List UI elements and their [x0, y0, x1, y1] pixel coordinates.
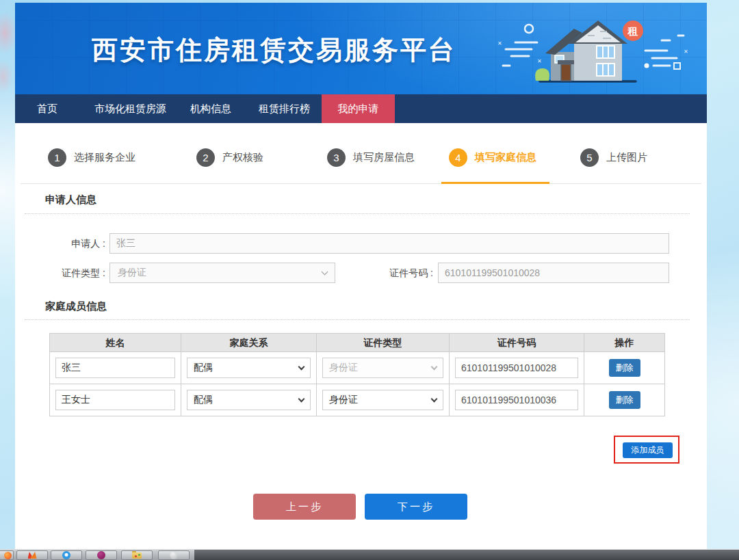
delete-member-button[interactable]: 删除	[609, 391, 640, 409]
taskbar	[0, 549, 739, 560]
step-5-number: 5	[580, 148, 599, 167]
step-2-number: 2	[196, 148, 215, 167]
desktop: { "header": { "title": "西安市住房租赁交易服务平台", …	[0, 0, 739, 560]
nav-item-agency-info[interactable]: 机构信息	[190, 94, 231, 123]
chevron-down-icon	[431, 395, 438, 402]
purple-app-icon	[97, 551, 105, 559]
step-5: 5 上传图片	[580, 148, 647, 167]
step-4-label: 填写家庭信息	[475, 151, 536, 164]
step-4-number: 4	[449, 148, 467, 167]
member-name-input[interactable]	[55, 358, 175, 378]
step-4-active: 4 填写家庭信息	[449, 148, 536, 167]
previous-step-button[interactable]: 上一步	[253, 494, 356, 520]
cert-no-label: 证件号码 :	[343, 263, 433, 283]
chevron-down-icon	[322, 268, 328, 275]
member-cert-type-value: 身份证	[329, 394, 358, 406]
step-1: 1 选择服务企业	[48, 148, 135, 167]
member-cert-type-select-disabled[interactable]: 身份证	[322, 358, 443, 378]
rent-badge-text: 租	[627, 25, 638, 37]
taskbar-button[interactable]	[121, 550, 153, 560]
member-cert-type-select[interactable]: 身份证	[322, 390, 443, 410]
taskbar-button[interactable]	[158, 550, 190, 560]
house-illustration: ✕✕	[497, 15, 696, 89]
chevron-down-icon	[298, 363, 305, 370]
taskbar-button[interactable]	[51, 550, 82, 560]
step-3-number: 3	[327, 148, 346, 167]
page: 西安市住房租赁交易服务平台 ✕✕	[15, 3, 707, 549]
step-3: 3 填写房屋信息	[327, 148, 415, 167]
member-relation-select[interactable]: 配偶	[187, 358, 311, 378]
col-header-relation: 家庭关系	[181, 334, 317, 352]
nav-item-my-applications[interactable]: 我的申请	[322, 94, 395, 123]
member-cert-no-input[interactable]	[455, 390, 578, 410]
col-header-action: 操作	[584, 334, 664, 352]
step-1-label: 选择服务企业	[74, 151, 135, 164]
red-mail-icon	[28, 552, 37, 559]
taskbar-button[interactable]	[16, 550, 48, 560]
step-2-label: 产权核验	[222, 151, 263, 164]
speed-lines-left	[503, 42, 537, 66]
next-step-button[interactable]: 下一步	[365, 494, 467, 520]
chevron-down-icon	[298, 395, 305, 402]
dotted-divider	[25, 213, 690, 214]
family-members-table: 姓名 家庭关系 证件类型 证件号码 操作 配偶 身份证 删除	[49, 333, 665, 416]
speed-lines-right	[645, 36, 684, 66]
member-relation-select[interactable]: 配偶	[187, 390, 311, 410]
sparkles: ✕✕	[497, 40, 542, 64]
folder-icon	[132, 552, 142, 559]
add-member-button[interactable]: 添加成员	[623, 442, 673, 458]
nav-item-home[interactable]: 首页	[37, 94, 57, 123]
family-section-title: 家庭成员信息	[45, 300, 107, 313]
col-header-name: 姓名	[50, 334, 181, 352]
table-row: 配偶 身份证 删除	[50, 352, 664, 384]
table-row: 配偶 身份证 删除	[50, 384, 664, 416]
cert-type-label: 证件类型 :	[37, 263, 105, 283]
step-2: 2 产权核验	[196, 148, 263, 167]
applicant-section-title: 申请人信息	[45, 194, 96, 206]
taskbar-button[interactable]	[86, 550, 117, 560]
member-relation-value: 配偶	[194, 394, 213, 406]
nav-item-rental-ranking[interactable]: 租赁排行榜	[259, 94, 310, 123]
step-5-label: 上传图片	[606, 151, 647, 164]
cert-no-input[interactable]	[438, 263, 669, 283]
delete-member-button[interactable]: 删除	[609, 359, 640, 377]
blue-browser-icon	[62, 551, 70, 559]
applicant-name-label: 申请人 :	[37, 233, 105, 254]
member-name-input[interactable]	[55, 390, 175, 410]
site-banner: 西安市住房租赁交易服务平台 ✕✕	[15, 3, 707, 94]
svg-text:✕: ✕	[497, 40, 502, 46]
active-step-underline	[441, 182, 549, 184]
member-cert-type-value: 身份证	[329, 362, 358, 374]
gray-app-icon	[170, 551, 178, 559]
col-header-cert-no: 证件号码	[450, 334, 584, 352]
member-relation-value: 配偶	[194, 362, 213, 374]
stepper-divider	[21, 183, 701, 184]
dotted-divider	[25, 319, 690, 320]
site-title: 西安市住房租赁交易服务平台	[92, 33, 475, 68]
nav-item-market-listings[interactable]: 市场化租赁房源	[94, 94, 166, 123]
taskbar-button[interactable]	[0, 550, 14, 560]
step-3-label: 填写房屋信息	[353, 151, 415, 164]
svg-text:✕: ✕	[684, 49, 688, 55]
orange-app-icon	[4, 552, 12, 559]
chevron-down-icon	[431, 363, 438, 370]
col-header-cert-type: 证件类型	[317, 334, 450, 352]
main-nav: 首页 市场化租赁房源 机构信息 租赁排行榜 我的申请	[15, 94, 707, 123]
cert-type-select[interactable]: 身份证	[109, 263, 335, 283]
bush	[535, 68, 549, 81]
table-header-row: 姓名 家庭关系 证件类型 证件号码 操作	[50, 334, 664, 352]
cert-type-value: 身份证	[118, 267, 146, 279]
member-cert-no-input[interactable]	[455, 358, 578, 378]
step-1-number: 1	[48, 148, 66, 167]
svg-text:✕: ✕	[537, 58, 542, 64]
applicant-name-input[interactable]	[109, 233, 669, 254]
